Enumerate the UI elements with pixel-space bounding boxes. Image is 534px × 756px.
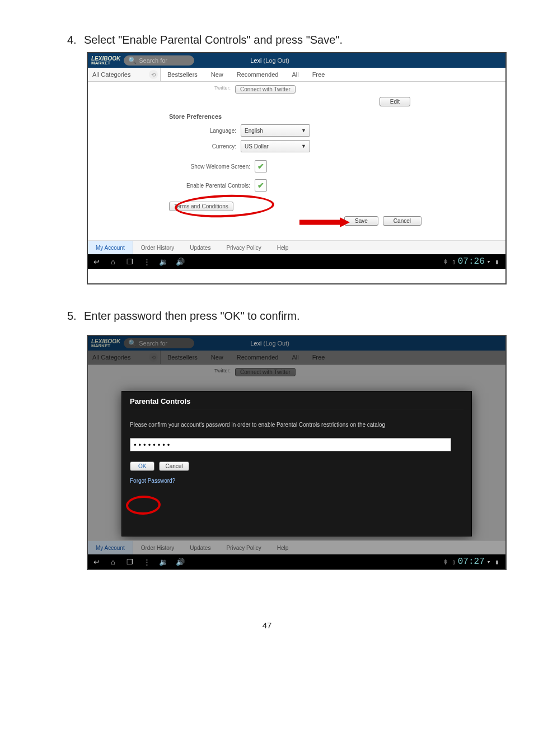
tab-bestsellers[interactable]: Bestsellers <box>161 68 204 81</box>
tab-my-account[interactable]: My Account <box>88 541 133 554</box>
back-icon[interactable]: ↩ <box>88 258 105 266</box>
forgot-password-link[interactable]: Forgot Password? <box>130 478 463 484</box>
twitter-label: Twitter: <box>88 85 235 91</box>
modal-cancel-button[interactable]: Cancel <box>159 461 189 471</box>
twitter-row: Twitter: Connect with Twitter <box>88 82 505 94</box>
logo-sub: MARKET <box>91 344 120 348</box>
step-5-text: Enter password then press "OK" to confir… <box>84 310 299 323</box>
tab-all[interactable]: All <box>285 68 305 81</box>
welcome-label: Show Welcome Screen: <box>169 164 255 170</box>
menu-icon[interactable]: ⋮ <box>138 258 155 266</box>
store-preferences: Store Preferences Language: English ▼ Cu… <box>88 109 505 211</box>
volume-up-icon[interactable]: 🔊 <box>172 558 189 566</box>
screenshot-1: LEXIBOOK MARKET 🔍 Search for Lexi (Log O… <box>87 52 507 284</box>
tab-help[interactable]: Help <box>269 241 297 254</box>
cancel-button[interactable]: Cancel <box>383 216 421 226</box>
tab-recommended[interactable]: Recommended <box>230 68 285 81</box>
category-bar: All Categories ⟲ Bestsellers New Recomme… <box>88 68 505 82</box>
save-button[interactable]: Save <box>344 216 378 226</box>
logo: LEXIBOOK MARKET <box>88 339 124 348</box>
connect-twitter-button[interactable]: Connect with Twitter <box>235 85 296 94</box>
currency-dropdown[interactable]: US Dollar ▼ <box>241 140 310 152</box>
user-info[interactable]: Lexi (Log Out) <box>250 57 289 64</box>
tab-my-account[interactable]: My Account <box>88 241 133 254</box>
tab-free[interactable]: Free <box>306 68 332 81</box>
tab-order-history[interactable]: Order History <box>133 241 182 254</box>
search-icon: 🔍 <box>128 57 137 64</box>
language-label: Language: <box>169 128 241 134</box>
logo: LEXIBOOK MARKET <box>88 56 124 65</box>
bottom-tabs: My Account Order History Updates Privacy… <box>88 240 505 254</box>
tab-privacy[interactable]: Privacy Policy <box>218 241 269 254</box>
parental-checkbox[interactable]: ✔ <box>255 179 267 192</box>
system-nav-bar: ↩ ⌂ ❐ ⋮ 🔉 🔊 ψ ▯ 07:27 ▾ ▮ <box>88 554 505 569</box>
sd-icon: ▯ <box>452 258 456 265</box>
modal-text: Please confirm your account's password i… <box>130 422 463 428</box>
step-5-num: 5. <box>67 310 84 323</box>
usb-icon: ψ <box>444 558 448 565</box>
search-placeholder: Search for <box>139 340 167 347</box>
tab-help[interactable]: Help <box>269 541 297 554</box>
home-icon[interactable]: ⌂ <box>105 558 121 566</box>
recent-icon[interactable]: ❐ <box>121 258 138 266</box>
wifi-icon: ▾ <box>487 558 491 566</box>
sd-icon: ▯ <box>452 558 456 566</box>
chevron-down-icon: ▼ <box>301 143 306 149</box>
search-icon: 🔍 <box>128 339 137 347</box>
clock-time: 07:26 <box>458 256 485 267</box>
tab-new[interactable]: New <box>204 68 230 81</box>
battery-icon: ▮ <box>495 258 499 265</box>
step-4-num: 4. <box>67 34 84 46</box>
recent-icon[interactable]: ❐ <box>121 558 138 566</box>
password-mask: •••••••• <box>134 441 172 449</box>
step-5: 5. Enter password then press "OK" to con… <box>67 310 500 323</box>
parental-label: Enable Parental Controls: <box>169 183 255 189</box>
search-input[interactable]: 🔍 Search for <box>124 55 194 66</box>
top-bar: LEXIBOOK MARKET 🔍 Search for Lexi (Log O… <box>88 336 505 351</box>
user-name: Lexi <box>250 57 261 64</box>
ok-button[interactable]: OK <box>130 461 154 471</box>
bottom-tabs: My Account Order History Updates Privacy… <box>88 540 505 554</box>
volume-down-icon[interactable]: 🔉 <box>155 258 172 266</box>
user-info[interactable]: Lexi (Log Out) <box>250 340 289 347</box>
step-4-text: Select "Enable Parental Controls" and pr… <box>84 34 343 46</box>
tab-updates[interactable]: Updates <box>182 241 218 254</box>
all-categories-dropdown[interactable]: All Categories ⟲ <box>88 68 161 81</box>
volume-up-icon[interactable]: 🔊 <box>172 258 189 266</box>
reload-icon[interactable]: ⟲ <box>149 70 158 79</box>
logo-sub: MARKET <box>91 61 120 65</box>
home-icon[interactable]: ⌂ <box>105 258 121 266</box>
parental-modal: Parental Controls Please confirm your ac… <box>121 391 472 536</box>
page-number: 47 <box>34 620 500 647</box>
battery-icon: ▮ <box>495 558 499 566</box>
tab-order-history[interactable]: Order History <box>133 541 182 554</box>
system-nav-bar: ↩ ⌂ ❐ ⋮ 🔉 🔊 ψ ▯ 07:26 ▾ ▮ <box>88 254 505 269</box>
logout-link: (Log Out) <box>263 57 289 64</box>
welcome-checkbox[interactable]: ✔ <box>255 160 267 172</box>
all-categories-label: All Categories <box>92 71 130 78</box>
modal-title: Parental Controls <box>130 397 463 409</box>
prefs-title: Store Preferences <box>169 113 505 120</box>
chevron-down-icon: ▼ <box>301 128 306 133</box>
currency-label: Currency: <box>169 143 241 150</box>
search-input[interactable]: 🔍 Search for <box>124 338 194 348</box>
edit-row: Edit <box>88 94 505 109</box>
tab-updates[interactable]: Updates <box>182 541 218 554</box>
clock-time: 07:27 <box>458 557 485 567</box>
wifi-icon: ▾ <box>487 258 491 265</box>
search-placeholder: Search for <box>139 57 167 64</box>
edit-button[interactable]: Edit <box>380 97 410 106</box>
password-input[interactable]: •••••••• <box>130 438 451 451</box>
back-icon[interactable]: ↩ <box>88 558 105 566</box>
volume-down-icon[interactable]: 🔉 <box>155 558 172 566</box>
usb-icon: ψ <box>444 258 448 265</box>
step-4: 4. Select "Enable Parental Controls" and… <box>67 34 500 46</box>
tab-privacy[interactable]: Privacy Policy <box>218 541 269 554</box>
top-bar: LEXIBOOK MARKET 🔍 Search for Lexi (Log O… <box>88 53 505 68</box>
screenshot-2: LEXIBOOK MARKET 🔍 Search for Lexi (Log O… <box>87 335 507 570</box>
user-name: Lexi <box>250 340 261 347</box>
logout-link: (Log Out) <box>263 340 289 347</box>
currency-value: US Dollar <box>245 143 269 150</box>
menu-icon[interactable]: ⋮ <box>138 558 155 566</box>
language-dropdown[interactable]: English ▼ <box>241 124 310 137</box>
